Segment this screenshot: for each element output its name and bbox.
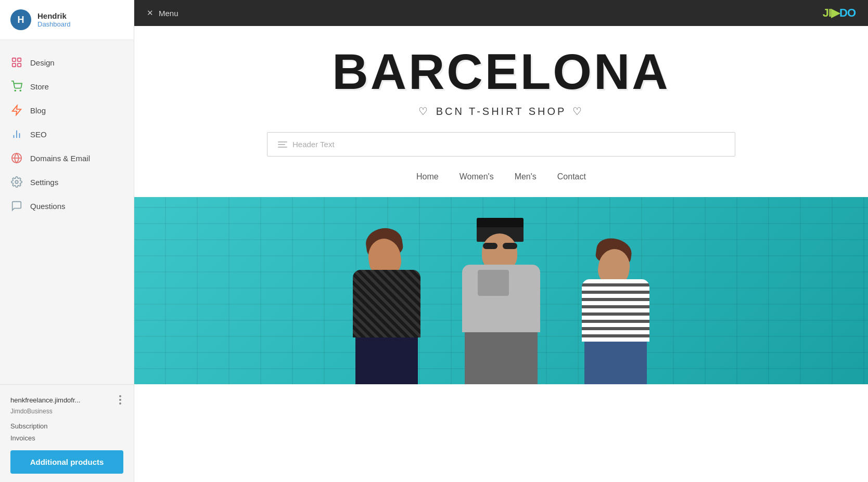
sidebar-header: H Hendrik Dashboard (0, 0, 134, 40)
menu-close-button[interactable]: ✕ Menu (147, 8, 178, 18)
site-options-button[interactable] (117, 393, 123, 407)
nav-contact[interactable]: Contact (557, 172, 586, 181)
shop-subtitle-text: BCN T-SHIRT SHOP (436, 106, 567, 118)
svg-marker-6 (12, 106, 21, 115)
person-right (564, 218, 668, 384)
subscription-link[interactable]: Subscription (10, 422, 123, 430)
main-content: ✕ Menu JI ▶ DO BARCELONA ♡ BCN T-SHIRT S… (134, 0, 868, 482)
heart-left-icon: ♡ (418, 105, 430, 118)
questions-label: Questions (30, 202, 66, 211)
svg-rect-3 (18, 63, 21, 67)
logo-do: DO (839, 6, 856, 20)
website-preview: BARCELONA ♡ BCN T-SHIRT SHOP ♡ Header Te… (134, 26, 868, 482)
site-title: BARCELONA (332, 47, 670, 97)
design-label: Design (30, 58, 55, 67)
header-text-placeholder: Header Text (292, 140, 335, 149)
store-icon (10, 80, 23, 93)
close-icon: ✕ (147, 8, 154, 18)
lines-icon (278, 141, 287, 148)
user-info: Hendrik Dashboard (37, 11, 71, 28)
sidebar-item-blog[interactable]: Blog (0, 98, 134, 122)
nav-home[interactable]: Home (416, 172, 439, 181)
sidebar-item-design[interactable]: Design (0, 50, 134, 74)
sidebar-item-seo[interactable]: SEO (0, 122, 134, 146)
preview-inner: BARCELONA ♡ BCN T-SHIRT SHOP ♡ Header Te… (134, 26, 868, 197)
logo-arrow: ▶ (831, 6, 839, 20)
svg-point-12 (15, 180, 18, 184)
avatar: H (10, 9, 31, 30)
settings-label: Settings (30, 178, 58, 187)
questions-icon (10, 200, 23, 212)
person-left (335, 218, 439, 384)
additional-products-button[interactable]: Additional products (10, 450, 123, 474)
sidebar-item-store[interactable]: Store (0, 74, 134, 98)
user-name: Hendrik (37, 11, 71, 20)
seo-label: SEO (30, 130, 47, 139)
people-container (335, 197, 668, 384)
design-icon (10, 56, 23, 69)
sidebar-item-domains[interactable]: Domains & Email (0, 146, 134, 170)
svg-rect-2 (12, 63, 16, 67)
invoices-link[interactable]: Invoices (10, 434, 123, 442)
blog-icon (10, 104, 23, 116)
footer-links: Subscription Invoices (10, 422, 123, 442)
logo-ji: JI (823, 6, 831, 20)
header-text-bar[interactable]: Header Text (267, 132, 735, 157)
sidebar-nav: Design Store Blog (0, 40, 134, 384)
svg-rect-0 (12, 58, 16, 61)
site-info: henkfreelance.jimdofr... JimdoBusiness (10, 393, 123, 415)
user-dashboard-link[interactable]: Dashboard (37, 20, 71, 28)
top-bar: ✕ Menu JI ▶ DO (134, 0, 868, 26)
svg-point-4 (15, 90, 16, 91)
store-label: Store (30, 82, 49, 91)
jimdo-logo: JI ▶ DO (823, 6, 856, 20)
domains-icon (10, 152, 23, 164)
menu-label: Menu (159, 9, 178, 18)
hero-image (134, 197, 868, 384)
settings-icon (10, 176, 23, 188)
sidebar-footer: henkfreelance.jimdofr... JimdoBusiness S… (0, 384, 134, 482)
heart-right-icon: ♡ (572, 105, 584, 118)
svg-point-5 (20, 90, 21, 91)
domains-label: Domains & Email (30, 154, 90, 163)
site-url-text: henkfreelance.jimdofr... (10, 396, 80, 404)
preview-nav: Home Women's Men's Contact (416, 172, 586, 181)
sidebar: H Hendrik Dashboard Design (0, 0, 134, 482)
site-url-row: henkfreelance.jimdofr... (10, 393, 123, 407)
person-center (449, 218, 553, 384)
nav-womens[interactable]: Women's (459, 172, 494, 181)
site-plan: JimdoBusiness (10, 408, 123, 415)
blog-label: Blog (30, 106, 46, 115)
shop-subtitle: ♡ BCN T-SHIRT SHOP ♡ (418, 105, 584, 118)
nav-mens[interactable]: Men's (515, 172, 537, 181)
seo-icon (10, 128, 23, 140)
sidebar-item-questions[interactable]: Questions (0, 194, 134, 218)
sidebar-item-settings[interactable]: Settings (0, 170, 134, 194)
svg-rect-1 (18, 58, 21, 61)
